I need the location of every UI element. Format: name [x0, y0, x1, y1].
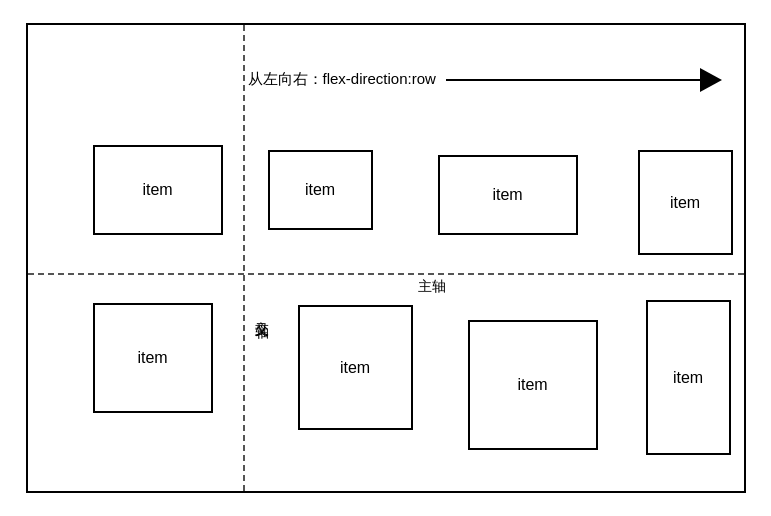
- item-bot-1-label: item: [137, 349, 167, 367]
- item-bot-2-label: item: [340, 359, 370, 377]
- arrow-area: 从左向右：flex-direction:row: [248, 70, 704, 89]
- item-bot-4: item: [646, 300, 731, 455]
- horizontal-axis-line: [28, 273, 744, 275]
- flex-diagram: 从左向右：flex-direction:row 主轴 交叉轴 item item…: [26, 23, 746, 493]
- item-bot-3: item: [468, 320, 598, 450]
- arrow-label: 从左向右：flex-direction:row: [248, 70, 436, 89]
- jiao-cha-zhou-label: 交叉轴: [254, 310, 272, 316]
- item-top-1: item: [93, 145, 223, 235]
- item-top-3-label: item: [492, 186, 522, 204]
- item-top-4: item: [638, 150, 733, 255]
- arrow-line: [446, 79, 704, 81]
- zhu-zhou-label: 主轴: [418, 278, 446, 296]
- item-bot-2: item: [298, 305, 413, 430]
- item-top-2-label: item: [305, 181, 335, 199]
- item-bot-3-label: item: [517, 376, 547, 394]
- item-bot-4-label: item: [673, 369, 703, 387]
- item-bot-1: item: [93, 303, 213, 413]
- item-top-4-label: item: [670, 194, 700, 212]
- item-top-3: item: [438, 155, 578, 235]
- vertical-axis-line: [243, 25, 245, 491]
- arrow-head-icon: [700, 68, 722, 92]
- item-top-2: item: [268, 150, 373, 230]
- item-top-1-label: item: [142, 181, 172, 199]
